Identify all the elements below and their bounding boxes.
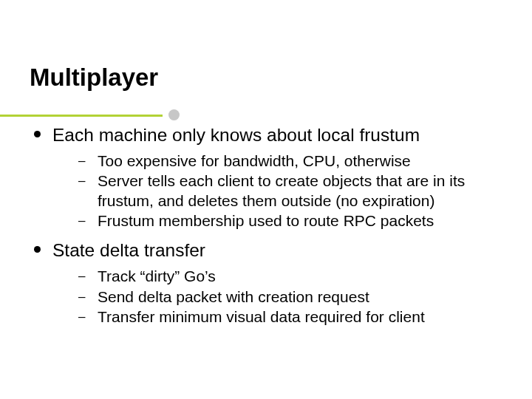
slide-content: Each machine only knows about local frus… (30, 124, 502, 327)
sub-bullet-list: – Too expensive for bandwidth, CPU, othe… (78, 151, 502, 231)
list-item: – Frustum membership used to route RPC p… (78, 211, 502, 231)
sublist-wrap: – Track “dirty” Go’s – Send delta packet… (34, 267, 502, 327)
list-item-text: State delta transfer (52, 239, 205, 262)
list-item: State delta transfer (34, 239, 502, 262)
list-item-text: Send delta packet with creation request (98, 287, 369, 307)
dash-bullet-icon: – (78, 269, 86, 284)
dash-bullet-icon: – (78, 290, 86, 304)
dash-bullet-icon: – (78, 154, 86, 168)
list-item-text: Each machine only knows about local frus… (52, 124, 420, 147)
accent-dot (168, 109, 180, 120)
accent-line (0, 115, 163, 117)
list-item: – Too expensive for bandwidth, CPU, othe… (78, 151, 502, 171)
bullet-list: State delta transfer (34, 239, 502, 262)
list-item-text: Track “dirty” Go’s (98, 267, 216, 286)
disc-bullet-icon (34, 131, 41, 137)
list-item: – Send delta packet with creation reques… (78, 287, 502, 307)
list-item-text: Transfer minimum visual data required fo… (98, 307, 425, 327)
slide-title: Multiplayer (30, 64, 502, 92)
list-item-text: Too expensive for bandwidth, CPU, otherw… (98, 151, 411, 171)
slide: Multiplayer Each machine only knows abou… (0, 0, 532, 399)
sub-bullet-list: – Track “dirty” Go’s – Send delta packet… (78, 267, 502, 327)
dash-bullet-icon: – (78, 214, 86, 228)
list-item: – Server tells each client to create obj… (78, 171, 502, 211)
dash-bullet-icon: – (78, 310, 86, 324)
bullet-list: Each machine only knows about local frus… (34, 124, 502, 147)
list-item-text: Frustum membership used to route RPC pac… (98, 211, 434, 231)
list-item: Each machine only knows about local frus… (34, 124, 502, 147)
disc-bullet-icon (34, 246, 41, 253)
list-item-text: Server tells each client to create objec… (98, 171, 497, 211)
sublist-wrap: – Too expensive for bandwidth, CPU, othe… (34, 151, 502, 231)
dash-bullet-icon: – (78, 174, 86, 188)
list-item: – Transfer minimum visual data required … (78, 307, 502, 327)
list-item: – Track “dirty” Go’s (78, 267, 502, 286)
